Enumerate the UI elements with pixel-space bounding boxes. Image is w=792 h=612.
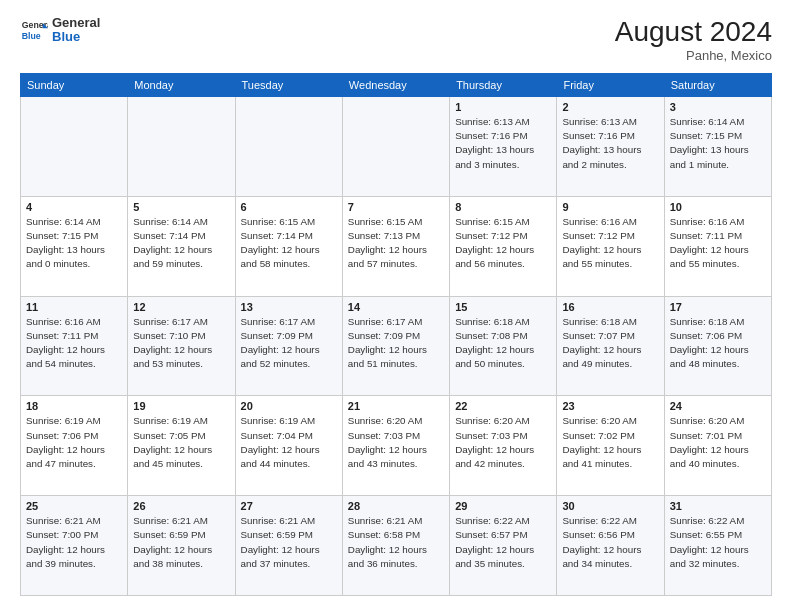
calendar-day-cell: 31Sunrise: 6:22 AM Sunset: 6:55 PM Dayli… [664,496,771,596]
calendar-day-cell: 20Sunrise: 6:19 AM Sunset: 7:04 PM Dayli… [235,396,342,496]
calendar-week-row: 11Sunrise: 6:16 AM Sunset: 7:11 PM Dayli… [21,296,772,396]
day-info: Sunrise: 6:15 AM Sunset: 7:13 PM Dayligh… [348,215,444,272]
day-info: Sunrise: 6:19 AM Sunset: 7:06 PM Dayligh… [26,414,122,471]
day-info: Sunrise: 6:16 AM Sunset: 7:12 PM Dayligh… [562,215,658,272]
day-info: Sunrise: 6:16 AM Sunset: 7:11 PM Dayligh… [670,215,766,272]
day-number: 30 [562,500,658,512]
calendar-day-cell: 12Sunrise: 6:17 AM Sunset: 7:10 PM Dayli… [128,296,235,396]
day-number: 1 [455,101,551,113]
day-info: Sunrise: 6:21 AM Sunset: 6:59 PM Dayligh… [133,514,229,571]
calendar-header-row: Sunday Monday Tuesday Wednesday Thursday… [21,74,772,97]
day-info: Sunrise: 6:20 AM Sunset: 7:03 PM Dayligh… [348,414,444,471]
svg-text:Blue: Blue [22,31,41,41]
col-wednesday: Wednesday [342,74,449,97]
calendar-day-cell: 14Sunrise: 6:17 AM Sunset: 7:09 PM Dayli… [342,296,449,396]
col-monday: Monday [128,74,235,97]
logo-blue-text: Blue [52,30,100,44]
day-number: 11 [26,301,122,313]
day-info: Sunrise: 6:21 AM Sunset: 7:00 PM Dayligh… [26,514,122,571]
month-year: August 2024 [615,16,772,48]
logo-text: General Blue [52,16,100,45]
day-number: 23 [562,400,658,412]
day-number: 4 [26,201,122,213]
day-number: 10 [670,201,766,213]
day-info: Sunrise: 6:20 AM Sunset: 7:01 PM Dayligh… [670,414,766,471]
day-info: Sunrise: 6:15 AM Sunset: 7:14 PM Dayligh… [241,215,337,272]
calendar-page: General Blue General Blue August 2024 Pa… [0,0,792,612]
day-number: 6 [241,201,337,213]
day-number: 2 [562,101,658,113]
calendar-day-cell: 21Sunrise: 6:20 AM Sunset: 7:03 PM Dayli… [342,396,449,496]
calendar-day-cell [342,97,449,197]
day-info: Sunrise: 6:21 AM Sunset: 6:58 PM Dayligh… [348,514,444,571]
day-info: Sunrise: 6:21 AM Sunset: 6:59 PM Dayligh… [241,514,337,571]
calendar-day-cell: 29Sunrise: 6:22 AM Sunset: 6:57 PM Dayli… [450,496,557,596]
day-number: 21 [348,400,444,412]
day-info: Sunrise: 6:13 AM Sunset: 7:16 PM Dayligh… [562,115,658,172]
calendar-day-cell [128,97,235,197]
day-number: 13 [241,301,337,313]
day-info: Sunrise: 6:18 AM Sunset: 7:06 PM Dayligh… [670,315,766,372]
calendar-day-cell: 10Sunrise: 6:16 AM Sunset: 7:11 PM Dayli… [664,196,771,296]
day-info: Sunrise: 6:22 AM Sunset: 6:56 PM Dayligh… [562,514,658,571]
day-info: Sunrise: 6:16 AM Sunset: 7:11 PM Dayligh… [26,315,122,372]
day-info: Sunrise: 6:17 AM Sunset: 7:10 PM Dayligh… [133,315,229,372]
day-info: Sunrise: 6:17 AM Sunset: 7:09 PM Dayligh… [241,315,337,372]
day-number: 18 [26,400,122,412]
day-number: 20 [241,400,337,412]
day-info: Sunrise: 6:20 AM Sunset: 7:03 PM Dayligh… [455,414,551,471]
calendar-table: Sunday Monday Tuesday Wednesday Thursday… [20,73,772,596]
day-info: Sunrise: 6:14 AM Sunset: 7:14 PM Dayligh… [133,215,229,272]
day-number: 7 [348,201,444,213]
day-info: Sunrise: 6:19 AM Sunset: 7:04 PM Dayligh… [241,414,337,471]
calendar-day-cell: 1Sunrise: 6:13 AM Sunset: 7:16 PM Daylig… [450,97,557,197]
day-number: 16 [562,301,658,313]
location: Panhe, Mexico [615,48,772,63]
calendar-day-cell: 11Sunrise: 6:16 AM Sunset: 7:11 PM Dayli… [21,296,128,396]
calendar-day-cell: 2Sunrise: 6:13 AM Sunset: 7:16 PM Daylig… [557,97,664,197]
calendar-day-cell: 25Sunrise: 6:21 AM Sunset: 7:00 PM Dayli… [21,496,128,596]
calendar-day-cell: 22Sunrise: 6:20 AM Sunset: 7:03 PM Dayli… [450,396,557,496]
calendar-week-row: 1Sunrise: 6:13 AM Sunset: 7:16 PM Daylig… [21,97,772,197]
header: General Blue General Blue August 2024 Pa… [20,16,772,63]
logo-general-text: General [52,16,100,30]
day-number: 8 [455,201,551,213]
col-thursday: Thursday [450,74,557,97]
calendar-day-cell: 3Sunrise: 6:14 AM Sunset: 7:15 PM Daylig… [664,97,771,197]
title-block: August 2024 Panhe, Mexico [615,16,772,63]
day-number: 5 [133,201,229,213]
calendar-day-cell: 8Sunrise: 6:15 AM Sunset: 7:12 PM Daylig… [450,196,557,296]
calendar-day-cell: 18Sunrise: 6:19 AM Sunset: 7:06 PM Dayli… [21,396,128,496]
day-number: 17 [670,301,766,313]
calendar-day-cell: 16Sunrise: 6:18 AM Sunset: 7:07 PM Dayli… [557,296,664,396]
calendar-day-cell [235,97,342,197]
calendar-day-cell: 4Sunrise: 6:14 AM Sunset: 7:15 PM Daylig… [21,196,128,296]
day-info: Sunrise: 6:18 AM Sunset: 7:08 PM Dayligh… [455,315,551,372]
day-number: 29 [455,500,551,512]
day-info: Sunrise: 6:19 AM Sunset: 7:05 PM Dayligh… [133,414,229,471]
calendar-day-cell: 9Sunrise: 6:16 AM Sunset: 7:12 PM Daylig… [557,196,664,296]
calendar-day-cell: 26Sunrise: 6:21 AM Sunset: 6:59 PM Dayli… [128,496,235,596]
day-number: 27 [241,500,337,512]
calendar-day-cell: 19Sunrise: 6:19 AM Sunset: 7:05 PM Dayli… [128,396,235,496]
day-number: 14 [348,301,444,313]
day-info: Sunrise: 6:22 AM Sunset: 6:57 PM Dayligh… [455,514,551,571]
calendar-week-row: 4Sunrise: 6:14 AM Sunset: 7:15 PM Daylig… [21,196,772,296]
day-number: 24 [670,400,766,412]
day-number: 15 [455,301,551,313]
calendar-day-cell: 23Sunrise: 6:20 AM Sunset: 7:02 PM Dayli… [557,396,664,496]
col-tuesday: Tuesday [235,74,342,97]
calendar-day-cell: 7Sunrise: 6:15 AM Sunset: 7:13 PM Daylig… [342,196,449,296]
day-info: Sunrise: 6:14 AM Sunset: 7:15 PM Dayligh… [26,215,122,272]
day-number: 9 [562,201,658,213]
calendar-week-row: 18Sunrise: 6:19 AM Sunset: 7:06 PM Dayli… [21,396,772,496]
day-number: 22 [455,400,551,412]
calendar-day-cell: 15Sunrise: 6:18 AM Sunset: 7:08 PM Dayli… [450,296,557,396]
calendar-day-cell [21,97,128,197]
calendar-day-cell: 30Sunrise: 6:22 AM Sunset: 6:56 PM Dayli… [557,496,664,596]
day-info: Sunrise: 6:13 AM Sunset: 7:16 PM Dayligh… [455,115,551,172]
day-info: Sunrise: 6:15 AM Sunset: 7:12 PM Dayligh… [455,215,551,272]
day-number: 3 [670,101,766,113]
col-saturday: Saturday [664,74,771,97]
day-number: 28 [348,500,444,512]
